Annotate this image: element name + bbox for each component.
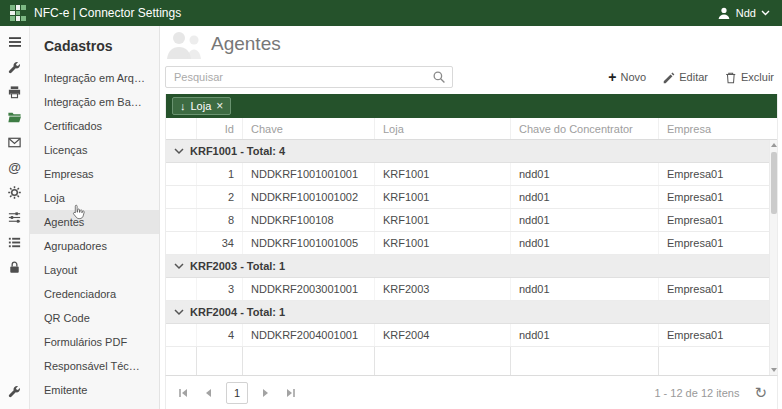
printer-icon[interactable] (7, 84, 23, 100)
cell-expander (166, 163, 196, 185)
sort-asc-icon: ↓ (180, 101, 186, 112)
search-icon[interactable] (432, 70, 452, 84)
delete-button[interactable]: Excluir (724, 71, 774, 84)
edit-button[interactable]: Editar (662, 71, 708, 84)
lock-icon[interactable] (7, 259, 23, 275)
header-expander (166, 118, 196, 139)
last-page-button[interactable] (280, 382, 302, 404)
sidebar-item-emitente[interactable]: Emitente (30, 378, 159, 402)
table-row[interactable]: 3 NDDKRF2003001001 KRF2003 ndd01 Empresa… (166, 278, 769, 301)
collapse-chevron-icon (174, 262, 184, 270)
pencil-icon (662, 71, 675, 84)
table-row[interactable]: 1 NDDKRF1001001001 KRF1001 ndd01 Empresa… (166, 163, 769, 186)
pagination-bar: 1 1 - 12 de 12 itens ↻ (165, 375, 778, 409)
empty-row (166, 347, 769, 375)
table-row[interactable]: 34 NDDKRF1001001005 KRF1001 ndd01 Empres… (166, 232, 769, 255)
sidebar-item-agrupadores[interactable]: Agrupadores (30, 234, 159, 258)
cell-loja: KRF1001 (374, 163, 510, 185)
next-page-button[interactable] (255, 382, 277, 404)
wrench-icon[interactable] (7, 59, 23, 75)
cell-chave: NDDKRF1001001002 (242, 186, 374, 208)
scroll-up-icon[interactable] (771, 143, 777, 147)
group-label: KRF2004 - Total: 1 (190, 306, 285, 318)
current-page-button[interactable]: 1 (226, 382, 248, 404)
cell-loja: KRF1001 (374, 232, 510, 254)
refresh-icon[interactable]: ↻ (754, 385, 767, 400)
sidebar-item-loja[interactable]: Loja (30, 186, 159, 210)
prev-page-button[interactable] (197, 382, 219, 404)
delete-button-label: Excluir (741, 71, 774, 83)
group-row-krf2003[interactable]: KRF2003 - Total: 1 (166, 255, 769, 278)
cell-id: 4 (196, 324, 242, 346)
cell-loja: KRF1001 (374, 209, 510, 231)
data-grid: ↓ Loja × Id Chave Loja Chave do Concentr… (165, 94, 778, 375)
group-label: KRF2003 - Total: 1 (190, 260, 285, 272)
mail-icon[interactable] (7, 134, 23, 150)
column-header-empresa[interactable]: Empresa (658, 118, 769, 139)
gear-icon[interactable] (7, 184, 23, 200)
agents-watermark-icon (166, 28, 204, 60)
group-drop-area[interactable]: ↓ Loja × (166, 94, 777, 118)
sidebar-item-certificados[interactable]: Certificados (30, 114, 159, 138)
group-row-krf2004[interactable]: KRF2004 - Total: 1 (166, 301, 769, 324)
cell-id: 2 (196, 186, 242, 208)
cell-chave: NDDKRF2004001001 (242, 324, 374, 346)
cell-chave: NDDKRF100108 (242, 209, 374, 231)
sidebar-item-empresas[interactable]: Empresas (30, 162, 159, 186)
at-sign-icon[interactable]: @ (7, 159, 23, 175)
sidebar-item-qr-code[interactable]: QR Code (30, 306, 159, 330)
sidebar-item-credenciadora[interactable]: Credenciadora (30, 282, 159, 306)
cell-loja: KRF2004 (374, 324, 510, 346)
cell-concentrador: ndd01 (510, 278, 658, 300)
table-row[interactable]: 2 NDDKRF1001001002 KRF1001 ndd01 Empresa… (166, 186, 769, 209)
remove-group-icon[interactable]: × (216, 100, 223, 112)
page-header: Agentes (165, 26, 778, 62)
cell-expander (166, 209, 196, 231)
cell-id: 3 (196, 278, 242, 300)
cell-concentrador: ndd01 (510, 209, 658, 231)
sidebar-item-layout[interactable]: Layout (30, 258, 159, 282)
plus-icon: + (608, 72, 616, 82)
cell-expander (166, 324, 196, 346)
vertical-scrollbar[interactable] (769, 140, 777, 375)
icon-rail: @ (0, 26, 30, 409)
new-button[interactable]: + Novo (608, 71, 646, 83)
cell-empresa: Empresa01 (658, 278, 769, 300)
group-row-krf1001[interactable]: KRF1001 - Total: 4 (166, 140, 769, 163)
list-icon[interactable] (7, 234, 23, 250)
sliders-icon[interactable] (7, 209, 23, 225)
collapse-chevron-icon (174, 308, 184, 316)
ndd-logo (10, 5, 26, 21)
wrench-icon-bottom[interactable] (7, 383, 23, 399)
grid-body: KRF1001 - Total: 4 1 NDDKRF1001001001 KR… (166, 140, 777, 375)
column-header-loja[interactable]: Loja (374, 118, 510, 139)
folder-open-icon[interactable] (7, 109, 23, 125)
cell-empresa: Empresa01 (658, 324, 769, 346)
menu-icon[interactable] (7, 34, 23, 50)
sidebar-item-responsavel-tecnico[interactable]: Responsável Técnico (30, 354, 159, 378)
app-title: NFC-e | Connector Settings (34, 6, 181, 20)
cell-concentrador: ndd01 (510, 163, 658, 185)
cell-concentrador: ndd01 (510, 186, 658, 208)
cell-id: 8 (196, 209, 242, 231)
search-input[interactable] (166, 67, 432, 87)
table-row[interactable]: 8 NDDKRF100108 KRF1001 ndd01 Empresa01 (166, 209, 769, 232)
user-menu[interactable]: Ndd (717, 6, 772, 20)
topbar: NFC-e | Connector Settings Ndd (0, 0, 782, 26)
column-header-chave-do-concentrator[interactable]: Chave do Concentrator (510, 118, 658, 139)
cell-empresa: Empresa01 (658, 186, 769, 208)
sidebar-item-licencas[interactable]: Licenças (30, 138, 159, 162)
sidebar-item-integracao-em-base-de-dados[interactable]: Integração em Base de Dados (30, 90, 159, 114)
cell-id: 34 (196, 232, 242, 254)
sidebar-item-formularios-pdf[interactable]: Formulários PDF (30, 330, 159, 354)
cell-loja: KRF1001 (374, 186, 510, 208)
column-header-id[interactable]: Id (196, 118, 242, 139)
group-chip-loja[interactable]: ↓ Loja × (172, 97, 231, 115)
scroll-down-icon[interactable] (771, 368, 777, 372)
scrollbar-thumb[interactable] (771, 152, 777, 214)
sidebar-item-integracao-em-arquivo[interactable]: Integração em Arquivo (30, 66, 159, 90)
sidebar-item-agentes[interactable]: Agentes (30, 210, 159, 234)
first-page-button[interactable] (172, 382, 194, 404)
table-row[interactable]: 4 NDDKRF2004001001 KRF2004 ndd01 Empresa… (166, 324, 769, 347)
column-header-chave[interactable]: Chave (242, 118, 374, 139)
